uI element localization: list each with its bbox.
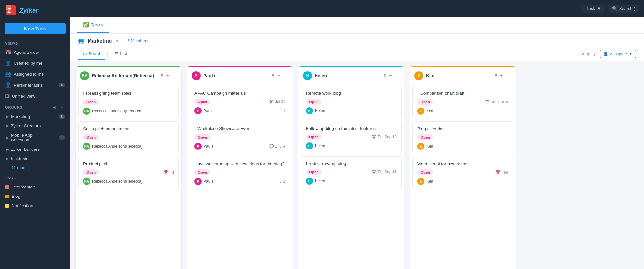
col-avatar-rebecca: RA	[80, 71, 89, 80]
subtask-icon: ⤴	[280, 109, 282, 113]
task-card[interactable]: Product revamp blogOpen📅 Fri, Sep 11HHel…	[301, 156, 402, 188]
groups-header: GROUPS ⊞ ＋	[0, 101, 70, 112]
card-title: !Reassigning team roles	[83, 91, 174, 96]
task-card[interactable]: Blog calendarOpenKKen	[412, 121, 513, 153]
card-avatar: P	[194, 143, 202, 150]
col-more-helen[interactable]: ⋯	[394, 73, 400, 79]
sidebar-item-unified[interactable]: ⊞ Unified view	[0, 91, 70, 101]
task-card[interactable]: Follow up blog on the latest featuresOpe…	[301, 121, 402, 153]
task-card[interactable]: Sales pitch presentationOpenRARebecca An…	[78, 121, 179, 153]
sidebar-item-testimonials-label: Testimonials	[12, 185, 35, 189]
card-username: Helen	[315, 109, 325, 113]
sidebar-item-agenda[interactable]: 📅 Agenda view	[0, 47, 70, 58]
col-add-rebecca[interactable]: +	[166, 72, 169, 79]
groups-filter-button[interactable]: ⊞	[52, 104, 57, 110]
tab-divider: |	[105, 51, 109, 57]
task-card[interactable]: Product pitchOpen📅 FriRARebecca Anderson…	[78, 157, 179, 188]
card-footer: KKen	[417, 108, 508, 115]
sidebar-item-created[interactable]: 👤 Created by me	[0, 58, 70, 69]
card-status-row: Open	[306, 99, 397, 105]
card-footer: RARebecca Anderson(Rebecca)	[83, 108, 174, 115]
tags-header: TAGS ＋	[0, 172, 70, 182]
board-tab[interactable]: ⊞ Board	[78, 49, 105, 60]
card-footer: HHelen	[306, 142, 397, 149]
new-task-button[interactable]: New Task	[5, 23, 66, 34]
col-count-ken: 5	[495, 73, 497, 78]
subtask-icon: ⤴	[280, 179, 282, 184]
col-more-rebecca[interactable]: ⋯	[172, 73, 177, 79]
col-more-paula[interactable]: ⋯	[283, 73, 288, 79]
sidebar-item-marketing[interactable]: ▶ Marketing 5	[0, 112, 70, 121]
groups-add-button[interactable]: ＋	[59, 104, 65, 110]
calendar-icon: 📅	[372, 170, 376, 174]
card-username: Rebecca Anderson(Rebecca)	[92, 109, 143, 113]
groups-actions: ⊞ ＋	[52, 104, 65, 110]
task-card[interactable]: !Workplace Showcase EventOpenPPaula💬 1⤴ …	[190, 121, 290, 153]
status-badge: Open	[306, 169, 322, 175]
task-card[interactable]: !Reassigning team rolesOpenRARebecca And…	[78, 86, 179, 118]
groupby-row: Group by: 👤 Assignee ▼	[579, 47, 636, 61]
card-status-row: Open📅 Fri, Sep 18	[306, 134, 397, 140]
sidebar-item-notification[interactable]: Notification	[0, 201, 70, 210]
sidebar-item-zylker-creators[interactable]: ▶ Zylker Creators	[0, 121, 70, 130]
status-badge: Open	[306, 134, 322, 140]
board: RARebecca Anderson(Rebecca)5+⋯!Reassigni…	[70, 61, 644, 269]
card-username: Helen	[315, 179, 325, 183]
task-card[interactable]: APAC Campaign materialsOpen📅 Jul 31PPaul…	[190, 86, 290, 118]
card-meta: ⤴ 1	[280, 179, 285, 184]
project-members-label[interactable]: 6 Members	[127, 38, 148, 43]
status-badge: Open	[194, 169, 210, 175]
tasks-tab[interactable]: ✅ Tasks	[77, 17, 109, 33]
view-tabs: ⊞ Board | ☰ List	[78, 49, 132, 60]
sidebar-item-zylker-builders[interactable]: ▶ Zylker Builders	[0, 145, 70, 154]
col-avatar-ken: K	[414, 71, 423, 80]
card-user: KKen	[417, 143, 433, 150]
testimonials-dot	[5, 185, 9, 189]
card-status-row: Open📅 Jul 31	[194, 99, 285, 105]
board-col-rebecca: RARebecca Anderson(Rebecca)5+⋯!Reassigni…	[75, 66, 182, 269]
tags-add-button[interactable]: ＋	[59, 175, 65, 181]
card-status-row: Open📅 Fri	[83, 169, 174, 175]
col-add-ken[interactable]: +	[500, 72, 503, 79]
col-add-helen[interactable]: +	[388, 72, 392, 79]
created-icon: 👤	[5, 60, 11, 66]
sidebar-item-blog[interactable]: Blog	[0, 192, 70, 201]
col-cards-paula: APAC Campaign materialsOpen📅 Jul 31PPaul…	[187, 83, 293, 269]
card-title: Blog calendar	[417, 126, 508, 131]
col-add-paula[interactable]: +	[277, 72, 280, 79]
more-groups-link[interactable]: + 11 more	[0, 163, 70, 172]
logo-icon: Z	[5, 5, 17, 16]
card-date: 📅 Tue	[496, 170, 508, 175]
col-more-ken[interactable]: ⋯	[506, 73, 511, 79]
calendar-icon: 📅	[269, 100, 274, 104]
task-dropdown[interactable]: Task ▼	[582, 5, 605, 13]
board-col-paula: PPaula5+⋯APAC Campaign materialsOpen📅 Ju…	[187, 66, 293, 269]
sidebar-item-blog-label: Blog	[12, 194, 20, 199]
search-icon: 🔍	[612, 6, 617, 11]
status-badge: Open	[83, 169, 99, 175]
task-card[interactable]: Have we come up with new ideas for the b…	[190, 157, 290, 188]
status-badge: Open	[306, 99, 322, 105]
task-card[interactable]: Remote work blogOpenHHelen	[301, 86, 402, 118]
card-date: 📅 Fri, Sep 11	[372, 170, 397, 174]
card-subtasks: ⤴ 1	[280, 109, 285, 113]
board-col-ken: KKen5+⋯!Comparison chart draftOpen📅 Tomo…	[410, 66, 516, 269]
sidebar: Z Zylker New Task VIEWS 📅 Agenda view 👤 …	[0, 0, 70, 269]
sidebar-item-incidents[interactable]: ▶ Incidents	[0, 154, 70, 163]
sidebar-item-assigned[interactable]: 👥 Assigned to me	[0, 69, 70, 80]
sidebar-item-personal[interactable]: 👤 Personal tasks 6	[0, 80, 70, 91]
task-card[interactable]: !Comparison chart draftOpen📅 TomorrowKKe…	[412, 86, 513, 118]
project-separator: ·	[122, 37, 124, 44]
sidebar-item-personal-label: Personal tasks	[14, 83, 43, 88]
groupby-select[interactable]: 👤 Assignee ▼	[600, 50, 636, 58]
sidebar-item-testimonials[interactable]: Testimonials	[0, 182, 70, 192]
sidebar-item-mobile-app[interactable]: ▶ Mobile App Developm... 1	[0, 130, 70, 145]
project-name[interactable]: Marketing	[88, 38, 112, 44]
tasks-tab-label: Tasks	[91, 22, 103, 27]
card-footer: KKen	[417, 178, 508, 185]
list-tab[interactable]: ☰ List	[109, 49, 132, 60]
mobile-app-chevron-icon: ▶	[6, 136, 9, 139]
search-button[interactable]: 🔍 Search (	[608, 5, 639, 13]
content-area: ✅ Tasks 👥 Marketing ▼ · 6 Members ⊞ Boar…	[70, 17, 644, 269]
task-card[interactable]: Video script for new releaseOpen📅 TueKKe…	[412, 157, 513, 188]
